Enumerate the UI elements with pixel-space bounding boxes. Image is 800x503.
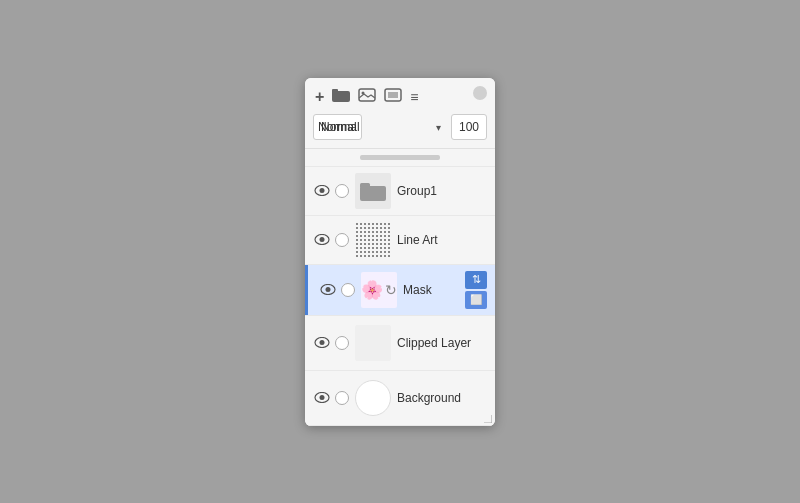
mask-tool-icon[interactable]	[384, 88, 402, 105]
toolbar-icons: + ≡	[315, 88, 420, 106]
blend-opacity-row: Normal Normal 100	[305, 114, 495, 148]
layer-radio[interactable]	[335, 336, 349, 350]
visibility-icon[interactable]	[313, 389, 331, 407]
opacity-input[interactable]: 100	[451, 114, 487, 140]
image-icon[interactable]	[358, 88, 376, 105]
layer-name-label: Mask	[403, 283, 463, 297]
layer-name-label: Line Art	[397, 233, 487, 247]
svg-point-14	[326, 287, 331, 292]
panel-toolbar: + ≡	[305, 78, 495, 114]
layer-thumbnail	[355, 222, 391, 258]
layers-panel: + ≡	[305, 78, 495, 426]
layers-list: Group1 Line Art	[305, 148, 495, 426]
visibility-icon[interactable]	[313, 231, 331, 249]
svg-point-16	[320, 340, 325, 345]
list-item[interactable]: Clipped Layer	[305, 316, 495, 371]
svg-point-12	[320, 237, 325, 242]
layer-thumbnail: 🌸 ↻	[361, 272, 397, 308]
svg-point-8	[320, 188, 325, 193]
resize-handle[interactable]	[483, 414, 493, 424]
layer-thumbnail	[355, 173, 391, 209]
list-item[interactable]: 🌸 ↻ Mask ⇅ ⬜	[305, 265, 495, 316]
layer-radio[interactable]	[335, 233, 349, 247]
list-item[interactable]: Line Art	[305, 216, 495, 265]
layer-radio[interactable]	[335, 391, 349, 405]
visibility-icon[interactable]	[319, 281, 337, 299]
list-item[interactable]: Background	[305, 371, 495, 426]
add-layer-icon[interactable]: +	[315, 88, 324, 106]
mask-side-controls: ⇅ ⬜	[465, 271, 487, 309]
up-down-button[interactable]: ⇅	[465, 271, 487, 289]
layer-radio[interactable]	[335, 184, 349, 198]
layer-radio[interactable]	[341, 283, 355, 297]
list-item[interactable]	[305, 149, 495, 167]
blend-mode-wrapper: Normal Normal	[313, 114, 447, 140]
svg-rect-6	[388, 92, 398, 98]
layer-name-label: Clipped Layer	[397, 336, 487, 350]
visibility-icon[interactable]	[313, 334, 331, 352]
svg-rect-9	[360, 186, 386, 201]
layer-thumbnail	[355, 380, 391, 416]
visibility-icon[interactable]	[313, 182, 331, 200]
collapse-button[interactable]	[473, 86, 487, 100]
svg-point-18	[320, 395, 325, 400]
layer-thumbnail	[355, 325, 391, 361]
svg-rect-3	[359, 89, 375, 101]
menu-icon[interactable]: ≡	[410, 89, 419, 105]
layer-name-label: Background	[397, 391, 487, 405]
active-indicator	[305, 265, 308, 315]
mask-button[interactable]: ⬜	[465, 291, 487, 309]
svg-rect-2	[332, 89, 338, 93]
list-item[interactable]: Group1	[305, 167, 495, 216]
folder-icon[interactable]	[332, 88, 350, 105]
blend-mode-select[interactable]: Normal	[313, 114, 362, 140]
layer-name-label: Group1	[397, 184, 487, 198]
svg-rect-10	[360, 183, 370, 188]
